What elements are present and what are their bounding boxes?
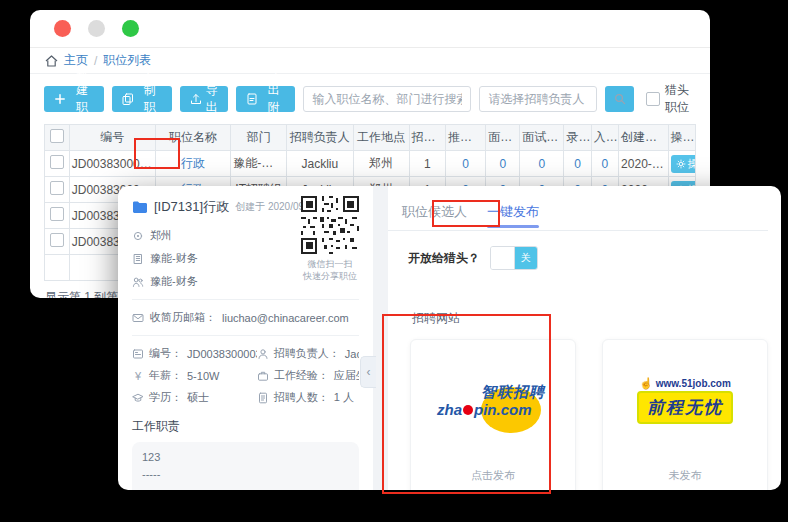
cell-count: 0 [591,151,618,177]
search-button[interactable] [605,86,633,112]
zhaopin-logo-zone: 智联招聘 zhapin.com [411,340,575,460]
refresh-icon[interactable] [487,489,500,490]
select-all-checkbox[interactable] [50,129,64,143]
cell-position-id: JD00383000036 [69,151,155,177]
window-titlebar [30,10,710,48]
hand-pointer-icon: ☝ [639,377,653,389]
cell-count: 0 [445,151,485,177]
close-window-button[interactable] [54,20,71,37]
row-checkbox[interactable] [50,233,64,247]
site-card-51job[interactable]: ☝ www.51job.com 前程无忧 未发布 [602,339,768,490]
breadcrumb-separator: / [94,54,97,68]
table-header-row: 编号职位名称部门招聘负责人工作地点招聘人...推荐候...面试...面试淘汰录用… [45,125,696,151]
headhunter-checkbox[interactable] [646,92,660,106]
cell-location: 郑州 [353,151,409,177]
51job-url: ☝ www.51job.com [637,377,733,390]
brief-icon [257,370,269,382]
field-label: 招聘负责人： [274,346,340,361]
cell-owner: Jackliu [287,151,353,177]
field-value: 硕士 [187,390,209,405]
export-attachments-button[interactable]: 导出附件 [236,86,296,112]
field-label: 编号： [149,346,182,361]
cell-created-date: 2020-09-... [619,151,668,177]
field-label: 学历： [149,390,182,405]
minimize-window-button[interactable] [88,20,105,37]
row-checkbox[interactable] [50,207,64,221]
field-label: 招聘人数： [274,390,329,405]
field-value: 应届生 [334,368,359,383]
detail-field: ¥年薪：5-10W [132,368,257,383]
search-input[interactable] [303,86,471,112]
row-checkbox[interactable] [50,155,64,169]
toggle-state-label: 关 [515,247,538,269]
yen-icon: ¥ [132,370,144,382]
tab-label: 一键发布 [487,204,539,219]
field-label: 工作经验： [274,368,329,383]
toggle-knob [491,247,515,269]
copy-position-button[interactable]: 复制职位 [112,86,172,112]
zhaopin-logo-en: zhapin.com [431,401,555,418]
51job-logo-zone: ☝ www.51job.com 前程无忧 [603,340,767,460]
zhaopin-logo-cn: 智联招聘 [431,383,555,402]
toolbar-buttons: 新建职位复制职位导出导出附件 [44,86,295,112]
site-card-zhaopin[interactable]: 智联招聘 zhapin.com 点击发布 [410,339,576,490]
maximize-window-button[interactable] [122,20,139,37]
export-button[interactable]: 导出 [180,86,228,112]
count-link[interactable]: 0 [538,157,545,171]
zhaopin-dot-icon [463,405,473,415]
headhunter-toggle[interactable]: 关 [490,246,538,270]
doc-icon [257,392,269,404]
created-date: 创建于 2020/09 [235,200,304,214]
publish-column: 职位候选人一键发布 开放给猎头？ 关 招聘网站 智联招聘 zhapin.com [388,186,781,490]
qr-share-block: 微信扫一扫 快速分享职位 [299,196,361,282]
owner-select[interactable] [479,86,597,112]
row-actions-button[interactable]: 操作 [671,155,696,173]
field-value: 1 人 [334,390,354,405]
cell-count: 0 [520,151,564,177]
home-icon [45,55,58,67]
headhunter-filter[interactable]: 猎头职位 [646,82,696,116]
location-value: 郑州 [150,228,172,243]
new-position-button[interactable]: 新建职位 [44,86,104,112]
column-header: 创建日期 [619,125,668,151]
cell-count: 1 [409,151,445,177]
panel-divider: ‹ [373,186,388,490]
position-fields: 编号：JD00383000036招聘负责人：Jackliu¥年薪：5-10W工作… [132,346,359,405]
cap-icon [132,392,144,404]
org-value: 豫能-财务 [150,251,198,266]
detail-field: 编号：JD00383000036 [132,346,257,361]
tab-one-click-publish[interactable]: 一键发布 [483,196,543,230]
detail-field: 学历：硕士 [132,390,257,405]
qr-caption: 微信扫一扫 快速分享职位 [299,258,361,282]
headhunter-toggle-row: 开放给猎头？ 关 [408,246,768,270]
field-value: JD00383000036 [187,348,257,360]
select-all-header [45,125,70,151]
detail-field: 招聘人数：1 人 [257,390,359,405]
cell-count: 0 [486,151,520,177]
column-header: 推荐候... [445,125,485,151]
detail-field: 招聘负责人：Jackliu [257,346,359,361]
51job-publish-status: 未发布 [669,468,702,483]
active-tab-underline [487,225,539,228]
recruiting-sites-label: 招聘网站 [412,310,768,327]
headhunter-question: 开放给猎头？ [408,250,480,267]
table-row: JD00383000036行政豫能-财务Jackliu郑州1000002020-… [45,151,696,177]
divider [132,299,359,300]
toolbar: 新建职位复制职位导出导出附件 猎头职位 [30,74,710,123]
breadcrumb: 主页 / 职位列表 [30,48,710,74]
tab-candidates[interactable]: 职位候选人 [398,196,471,230]
headhunter-filter-label: 猎头职位 [665,82,696,116]
refresh-icon[interactable] [679,489,692,490]
site-cards: 智联招聘 zhapin.com 点击发布 ☝ www.51job.com 前程无… [410,339,768,490]
zhaopin-publish-status: 点击发布 [471,468,515,483]
row-checkbox[interactable] [50,181,64,195]
count-link[interactable]: 0 [574,157,581,171]
collapse-handle[interactable]: ‹ [360,356,376,388]
count-link[interactable]: 0 [462,157,469,171]
email-label: 收简历邮箱： [150,310,216,325]
count-link[interactable]: 0 [499,157,506,171]
count-link[interactable]: 0 [602,157,609,171]
position-title-link[interactable]: 行政 [181,156,205,170]
divider [132,335,359,336]
duties-card: 123 ----- [132,442,359,490]
